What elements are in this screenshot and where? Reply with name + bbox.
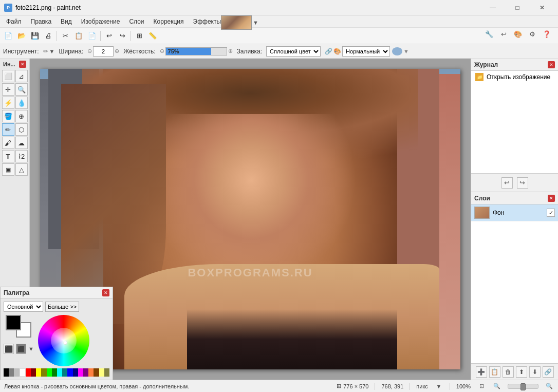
journal-item-0[interactable]: 📁 Открыть изображение — [471, 71, 558, 83]
zoom-tool[interactable]: 🔍 — [15, 83, 28, 96]
paintbucket-tool[interactable]: 🪣 — [2, 110, 14, 122]
eyedropper-tool[interactable]: 💧 — [15, 97, 28, 109]
hardness-bar[interactable]: 75% — [165, 47, 227, 55]
toolbar-right-btn4[interactable]: ⚙ — [526, 28, 538, 40]
color-wheel-dot[interactable] — [63, 341, 67, 345]
primary-color-box[interactable] — [6, 315, 21, 330]
swatch-navy[interactable] — [73, 368, 78, 377]
color-mode-select[interactable]: Основной — [4, 302, 43, 312]
swatch-gray[interactable] — [9, 368, 14, 377]
swatch-yellow[interactable] — [36, 368, 41, 377]
zoom-out-button[interactable]: 🔍 — [492, 382, 501, 391]
rulers-button[interactable]: 📏 — [146, 30, 159, 42]
swatch-red[interactable] — [26, 368, 31, 377]
layer-add-button[interactable]: ➕ — [476, 366, 487, 378]
menu-corrections[interactable]: Коррекция — [150, 17, 188, 26]
grid-button[interactable]: ⊞ — [133, 30, 145, 42]
select-rect-tool[interactable]: ⬜ — [2, 70, 14, 82]
hardness-plus[interactable]: ⊕ — [228, 48, 233, 54]
save-button[interactable]: 💾 — [29, 30, 41, 42]
swatch-blue[interactable] — [67, 368, 72, 377]
open-button[interactable]: 📂 — [15, 30, 28, 42]
swap-colors-button[interactable]: ⬛ — [16, 344, 26, 354]
pencil-tool[interactable]: ✏ — [2, 123, 14, 136]
toolbar-right-btn2[interactable]: ↩ — [497, 28, 510, 40]
new-button[interactable]: 📄 — [2, 30, 14, 42]
magic-wand-tool[interactable]: ⚡ — [2, 97, 14, 109]
paste-button[interactable]: 📄 — [86, 30, 98, 42]
swatch-olive[interactable] — [41, 368, 46, 377]
swatch-black[interactable] — [4, 368, 9, 377]
swatch-white[interactable] — [20, 368, 26, 377]
zoom-in-button[interactable]: 🔍 — [545, 382, 554, 391]
layer-delete-button[interactable]: 🗑 — [503, 366, 514, 378]
hardness-minus[interactable]: ⊖ — [160, 48, 164, 54]
layers-close[interactable]: ✕ — [548, 195, 555, 202]
undo-hist-button[interactable]: ↩ — [501, 177, 513, 189]
extra-dropdown[interactable]: ▼ — [28, 346, 34, 352]
unit-dropdown[interactable]: ▼ — [434, 382, 443, 391]
gradient-tool[interactable]: ▣ — [2, 163, 14, 176]
more-colors-button[interactable]: Больше >> — [45, 302, 79, 312]
menu-file[interactable]: Файл — [2, 17, 26, 26]
width-plus[interactable]: ⊕ — [115, 48, 119, 54]
select-lasso-tool[interactable]: ⊿ — [15, 70, 28, 82]
redo-hist-button[interactable]: ↪ — [517, 177, 528, 189]
eraser-tool[interactable]: ⬡ — [15, 123, 28, 136]
redo-button[interactable]: ↪ — [116, 30, 128, 42]
resize-button[interactable]: ⊡ — [477, 382, 486, 391]
shapes-tool[interactable]: ⌇2 — [15, 150, 28, 162]
swatch-silver[interactable] — [14, 368, 19, 377]
blend-dropdown[interactable]: ▼ — [403, 48, 409, 54]
layer-link-button[interactable]: 🔗 — [543, 366, 554, 378]
width-input[interactable] — [93, 46, 114, 57]
menu-effects[interactable]: Эффекты — [189, 17, 226, 26]
clone-tool[interactable]: ⊕ — [15, 110, 28, 122]
width-minus[interactable]: ⊖ — [87, 48, 92, 54]
thumbnail-dropdown-arrow[interactable]: ▼ — [253, 20, 258, 26]
zoom-slider-thumb[interactable] — [520, 383, 526, 390]
swatch-lime[interactable] — [47, 368, 52, 377]
palette-close[interactable]: ✕ — [102, 289, 109, 296]
layer-copy-button[interactable]: 📋 — [489, 366, 500, 378]
menu-edit[interactable]: Правка — [27, 17, 56, 26]
menu-image[interactable]: Изображение — [77, 17, 124, 26]
maximize-button[interactable]: □ — [506, 0, 529, 15]
layer-visibility-0[interactable]: ✓ — [547, 209, 555, 217]
toolbar-right-btn1[interactable]: 🔧 — [483, 28, 495, 40]
copy-button[interactable]: 📋 — [72, 30, 85, 42]
minimize-button[interactable]: — — [481, 0, 505, 15]
menu-layers[interactable]: Слои — [125, 17, 148, 26]
blend-select[interactable]: Нормальный — [342, 46, 390, 57]
move-tool[interactable]: ✛ — [2, 83, 14, 96]
journal-close[interactable]: ✕ — [548, 61, 555, 68]
cut-button[interactable]: ✂ — [59, 30, 71, 42]
swatch-brown[interactable] — [94, 368, 99, 377]
extra-tool[interactable]: △ — [15, 163, 28, 176]
swatch-lightyellow[interactable] — [99, 368, 104, 377]
swatch-purple[interactable] — [83, 368, 88, 377]
tool-dropdown[interactable]: ▼ — [49, 48, 55, 54]
layer-up-button[interactable]: ⬆ — [516, 366, 527, 378]
undo-button[interactable]: ↩ — [103, 30, 115, 42]
swatch-orange[interactable] — [88, 368, 94, 377]
toolbar-right-btn5[interactable]: ❓ — [541, 28, 553, 40]
text-tool[interactable]: T — [2, 150, 14, 162]
toolbar-right-btn3[interactable]: 🎨 — [512, 28, 524, 40]
toolbar-panel-close[interactable]: ✕ — [19, 61, 26, 68]
print-button[interactable]: 🖨 — [42, 30, 54, 42]
zoom-slider[interactable] — [508, 384, 538, 389]
brush-tool[interactable]: 🖌 — [2, 137, 14, 149]
layer-item-0[interactable]: Фон ✓ — [471, 204, 558, 221]
layer-down-button[interactable]: ⬇ — [529, 366, 541, 378]
color-wheel[interactable] — [38, 315, 89, 366]
fill-select[interactable]: Сплошной цвет — [266, 46, 321, 57]
swatch-teal[interactable] — [62, 368, 67, 377]
close-button[interactable]: ✕ — [530, 0, 554, 15]
menu-view[interactable]: Вид — [57, 17, 76, 26]
reset-colors-button[interactable]: ⬛ — [4, 344, 14, 354]
swatch-darkyellow[interactable] — [104, 368, 109, 377]
swatch-maroon[interactable] — [31, 368, 36, 377]
swatch-cyan[interactable] — [57, 368, 62, 377]
smudge-tool[interactable]: ☁ — [15, 137, 28, 149]
